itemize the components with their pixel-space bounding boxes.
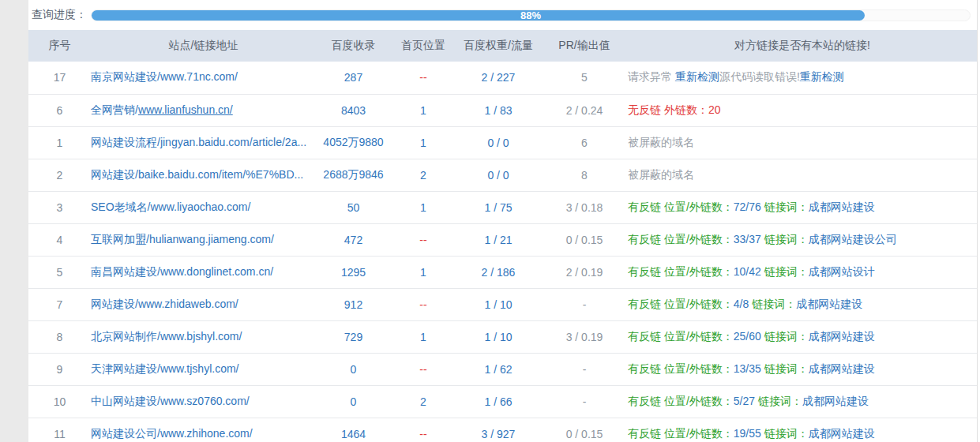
remark-text: 被屏蔽的域名: [628, 168, 694, 181]
site-link[interactable]: SEO老域名/www.liyaochao.com/: [91, 200, 250, 213]
row-index-cell: 1: [28, 126, 91, 159]
remark-link[interactable]: 成都网站建设: [809, 330, 875, 343]
remark-link[interactable]: 重新检测: [800, 70, 844, 83]
site-link[interactable]: 全网营销/www.lianfushun.cn/: [91, 103, 233, 116]
remark-text: 链接词：: [761, 233, 809, 245]
row-index-cell: 11: [28, 418, 91, 442]
remark-link[interactable]: 成都网站建设: [809, 200, 875, 213]
site-link[interactable]: 中山网站建设/www.sz0760.com/: [91, 395, 250, 407]
site-link[interactable]: 北京网站制作/www.bjshyl.com/: [91, 330, 242, 343]
site-name: 中山网站建设/: [91, 395, 160, 407]
baidu-index-cell: 8403: [316, 94, 391, 126]
remark-link[interactable]: 成都网站建设: [809, 427, 875, 440]
remark-text: 有反链 位置/外链数：: [628, 200, 734, 213]
site-name: 网站建设/: [91, 168, 138, 181]
site-url: baike.baidu.com/item/%E7%BD...: [138, 168, 303, 181]
pr-output-cell: 0 / 0.15: [541, 223, 628, 256]
site-link[interactable]: 互联网加盟/hulianwang.jiameng.com/: [91, 233, 274, 245]
site-url: www.71nc.com/: [160, 70, 238, 83]
page-left-margin: [0, 0, 28, 442]
weight-traffic-cell: 0 / 0: [456, 126, 541, 159]
table-row: 3 SEO老域名/www.liyaochao.com/ 50 1 1 / 75 …: [28, 191, 977, 223]
weight-traffic-cell: 1 / 10: [456, 320, 541, 353]
backlink-status-cell: 有反链 位置/外链数：72/76 链接词：成都网站建设: [628, 191, 977, 223]
remark-text: 链接词：: [761, 265, 809, 278]
site-url: jingyan.baidu.com/article/2a...: [160, 136, 306, 148]
remark-link[interactable]: 成都网站设计: [809, 265, 875, 278]
row-index-cell: 8: [28, 320, 91, 353]
site-cell: 互联网加盟/hulianwang.jiameng.com/: [91, 223, 316, 256]
backlink-status-cell: 被屏蔽的域名: [628, 159, 977, 191]
progress-percent: 88%: [92, 10, 970, 21]
remark-text: 链接词：: [749, 298, 796, 310]
column-header-site: 站点/链接地址: [91, 30, 316, 62]
site-link[interactable]: 网站建设/www.zhidaweb.com/: [91, 298, 238, 310]
baidu-index-cell: 287: [316, 62, 391, 94]
remark-text: 33/37: [734, 233, 761, 245]
weight-traffic-cell: 1 / 62: [456, 353, 541, 385]
site-link[interactable]: 天津网站建设/www.tjshyl.com/: [91, 362, 238, 375]
weight-traffic-cell: 1 / 66: [456, 385, 541, 418]
remark-text: 有反链 位置/外链数：: [628, 427, 734, 440]
site-cell: 网站建设公司/www.zhihone.com/: [91, 418, 316, 442]
remark-link[interactable]: 重新检测: [675, 70, 719, 83]
table-row: 4 互联网加盟/hulianwang.jiameng.com/ 472 -- 1…: [28, 223, 977, 256]
site-link[interactable]: 网站建设公司/www.zhihone.com/: [91, 427, 253, 440]
column-header-backlink-status: 对方链接是否有本站的链接!: [628, 30, 977, 62]
row-index-cell: 7: [28, 288, 91, 320]
home-position-cell: 1: [391, 320, 456, 353]
remark-link[interactable]: 成都网站建设: [809, 362, 875, 375]
table-row: 1 网站建设流程/jingyan.baidu.com/article/2a...…: [28, 126, 977, 159]
pr-output-cell: 3 / 0.19: [541, 320, 628, 353]
weight-traffic-cell: 1 / 83: [456, 94, 541, 126]
remark-link[interactable]: 成都网站建设: [796, 298, 862, 310]
site-cell: 天津网站建设/www.tjshyl.com/: [91, 353, 316, 385]
remark-link[interactable]: 成都网站建设公司: [809, 233, 897, 245]
remark-text: 有反链 位置/外链数：: [628, 362, 734, 375]
weight-traffic-cell: 0 / 0: [456, 159, 541, 191]
remark-text: 有反链 位置/外链数：: [628, 265, 734, 278]
home-position-cell: --: [391, 288, 456, 320]
results-table: 序号 站点/链接地址 百度收录 首页位置 百度权重/流量 PR/输出值 对方链接…: [28, 30, 977, 442]
backlink-status-cell: 无反链 外链数：20: [628, 94, 977, 126]
site-link[interactable]: 南京网站建设/www.71nc.com/: [91, 70, 238, 83]
pr-output-cell: 2 / 0.24: [541, 94, 628, 126]
site-name: 南京网站建设/: [91, 70, 160, 83]
remark-text: 5/27: [734, 395, 755, 407]
table-row: 6 全网营销/www.lianfushun.cn/ 8403 1 1 / 83 …: [28, 94, 977, 126]
home-position-cell: 2: [391, 385, 456, 418]
table-row: 9 天津网站建设/www.tjshyl.com/ 0 -- 1 / 62 - 有…: [28, 353, 977, 385]
remark-text: 有反链 位置/外链数：: [628, 330, 734, 343]
pr-output-cell: -: [541, 353, 628, 385]
site-link[interactable]: 南昌网站建设/www.donglinet.com.cn/: [91, 265, 273, 278]
weight-traffic-cell: 1 / 21: [456, 223, 541, 256]
remark-text: 有反链 位置/外链数：: [628, 395, 734, 407]
site-url: www.bjshyl.com/: [160, 330, 242, 343]
home-position-cell: 1: [391, 94, 456, 126]
home-position-cell: --: [391, 223, 456, 256]
home-position-cell: --: [391, 418, 456, 442]
site-cell: 北京网站制作/www.bjshyl.com/: [91, 320, 316, 353]
remark-text: 链接词：: [761, 330, 809, 343]
home-position-cell: --: [391, 62, 456, 94]
site-link[interactable]: 网站建设/baike.baidu.com/item/%E7%BD...: [91, 168, 303, 181]
site-link[interactable]: 网站建设流程/jingyan.baidu.com/article/2a...: [91, 136, 306, 148]
row-index-cell: 4: [28, 223, 91, 256]
site-url: www.tjshyl.com/: [160, 362, 239, 375]
remark-link[interactable]: 成都网站建设: [802, 395, 869, 407]
backlink-status-cell: 有反链 位置/外链数：4/8 链接词：成都网站建设: [628, 288, 977, 320]
site-name: 网站建设/: [91, 298, 138, 310]
remark-text: 有反链 位置/外链数：: [628, 233, 734, 245]
remark-text: 4/8: [734, 298, 749, 310]
table-row: 5 南昌网站建设/www.donglinet.com.cn/ 1295 1 2 …: [28, 256, 977, 288]
row-index-cell: 17: [28, 62, 91, 94]
site-name: 南昌网站建设/: [91, 265, 160, 278]
backlink-status-cell: 有反链 位置/外链数：19/55 链接词：成都网站建设: [628, 418, 977, 442]
table-body: 17 南京网站建设/www.71nc.com/ 287 -- 2 / 227 5…: [28, 62, 977, 442]
remark-text: 72/76: [734, 200, 761, 213]
column-header-pr-output: PR/输出值: [541, 30, 628, 62]
backlink-status-cell: 有反链 位置/外链数：13/35 链接词：成都网站建设: [628, 353, 977, 385]
baidu-index-cell: 50: [316, 191, 391, 223]
row-index-cell: 2: [28, 159, 91, 191]
row-index-cell: 3: [28, 191, 91, 223]
